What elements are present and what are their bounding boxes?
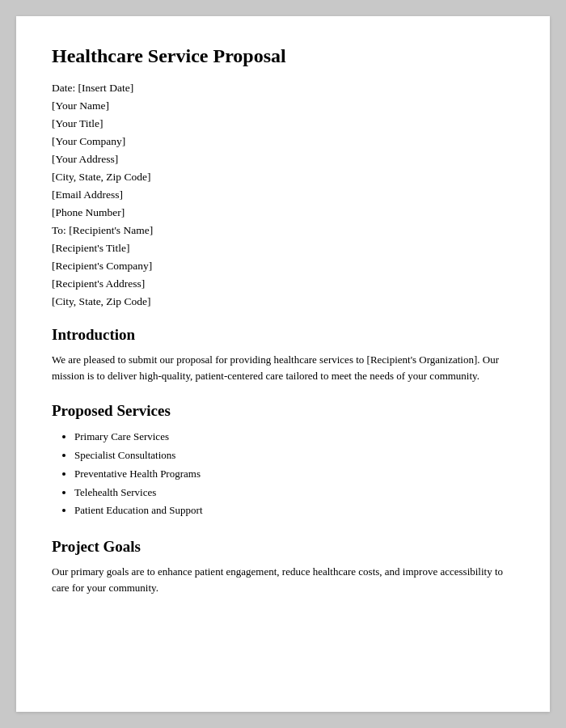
meta-your-address: [Your Address] — [52, 153, 514, 166]
meta-date: Date: [Insert Date] — [52, 82, 514, 95]
meta-phone: [Phone Number] — [52, 206, 514, 219]
meta-to: To: [Recipient's Name] — [52, 224, 514, 237]
proposed-services-heading: Proposed Services — [52, 402, 514, 420]
proposed-services-list: Primary Care Services Specialist Consult… — [74, 428, 514, 520]
meta-city-state-zip-1: [City, State, Zip Code] — [52, 171, 514, 184]
meta-recipient-address: [Recipient's Address] — [52, 277, 514, 290]
meta-recipient-company: [Recipient's Company] — [52, 260, 514, 273]
meta-your-name: [Your Name] — [52, 99, 514, 112]
list-item: Specialist Consultations — [74, 447, 514, 465]
project-goals-heading: Project Goals — [52, 538, 514, 556]
meta-email: [Email Address] — [52, 188, 514, 201]
list-item: Patient Education and Support — [74, 502, 514, 520]
list-item: Primary Care Services — [74, 428, 514, 447]
document-container: Healthcare Service Proposal Date: [Inser… — [16, 16, 550, 712]
introduction-body: We are pleased to submit our proposal fo… — [52, 352, 514, 384]
document-title: Healthcare Service Proposal — [52, 45, 514, 67]
list-item: Preventative Health Programs — [74, 465, 514, 484]
meta-recipient-title: [Recipient's Title] — [52, 242, 514, 255]
introduction-heading: Introduction — [52, 326, 514, 344]
meta-your-company: [Your Company] — [52, 135, 514, 148]
meta-city-state-zip-2: [City, State, Zip Code] — [52, 295, 514, 308]
list-item: Telehealth Services — [74, 484, 514, 502]
project-goals-body: Our primary goals are to enhance patient… — [52, 564, 514, 596]
meta-your-title: [Your Title] — [52, 117, 514, 130]
